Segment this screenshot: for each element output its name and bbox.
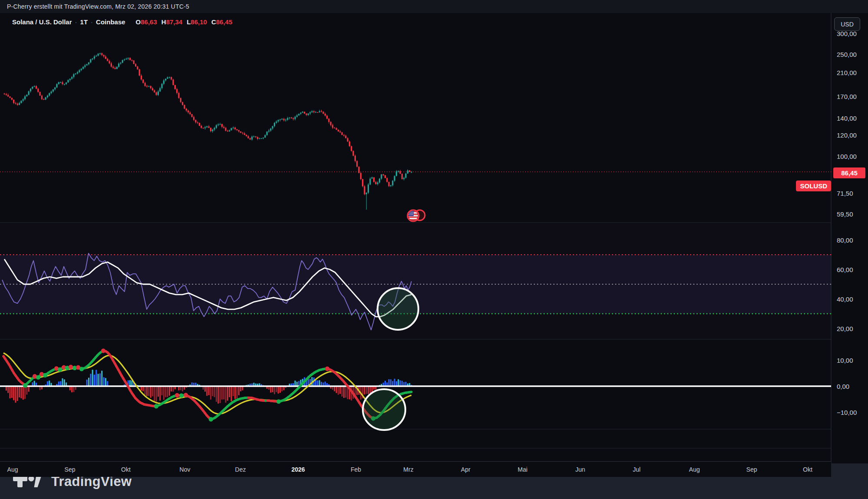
high-value: 87,34 [166,18,183,26]
symbol-legend[interactable]: Solana / U.S. Dollar·1T·CoinbaseO86,63H8… [12,18,232,28]
macd-annotation-circle[interactable] [363,389,405,430]
time-axis-label-sep: Sep [746,466,757,473]
time-axis-label-mai: Mai [518,466,528,473]
last-price-tag: 86,45 [833,167,865,178]
price-axis-label: 140,00 [837,115,857,122]
price-axis-label: 71,50 [837,190,853,197]
time-axis-label-apr: Apr [461,466,470,473]
low-label: L [187,18,191,26]
close-label: C [211,18,216,26]
price-axis-label: 20,00 [837,325,853,332]
low-value: 86,10 [191,18,207,26]
price-axis-label: 59,50 [837,210,853,218]
time-axis-label-okt: Okt [121,466,131,473]
open-value: 86,63 [141,18,157,26]
price-axis-label: 210,00 [837,69,857,76]
price-axis-label: 60,00 [837,266,853,273]
candlestick-series [3,53,412,210]
price-axis-label: 250,00 [837,51,857,58]
rsi-annotation-circle[interactable] [378,288,418,330]
price-axis-label: 170,00 [837,93,857,100]
attribution-text: P-Cherry erstellt mit TradingView.com, M… [7,3,189,10]
time-axis-label-mrz: Mrz [403,466,413,473]
time-axis-label-aug: Aug [689,466,700,473]
us-flag-event-icon[interactable] [408,210,425,222]
time-axis-label-nov: Nov [180,466,191,473]
currency-toggle-button[interactable]: USD [834,17,860,31]
exchange-label[interactable]: Coinbase [96,18,125,26]
time-axis-label-jul: Jul [633,466,641,473]
attribution-bar: P-Cherry erstellt mit TradingView.com, M… [0,0,868,13]
price-axis-label: 100,00 [837,153,857,160]
price-axis-label: 120,00 [837,131,857,139]
chart-widget[interactable]: Solana / U.S. Dollar·1T·CoinbaseO86,63H8… [0,13,868,463]
close-value: 86,45 [216,18,233,26]
legend-separator: · [75,18,77,26]
chart-canvas[interactable] [0,13,868,463]
time-axis-label-aug: Aug [7,466,18,473]
time-axis-label-sep: Sep [65,466,76,473]
price-axis-label: 10,00 [837,357,853,364]
symbol-price-label: SOLUSD [796,181,831,191]
legend-separator: · [91,18,93,26]
open-label: O [136,18,141,26]
price-axis-label: 0,00 [837,383,849,390]
price-axis[interactable]: 300,00250,00210,00170,00140,00120,00100,… [832,13,868,463]
high-label: H [161,18,166,26]
time-axis-label-2026: 2026 [291,466,305,473]
time-axis[interactable]: AugSepOktNovDez2026FebMrzAprMaiJunJulAug… [0,461,831,477]
interval-label[interactable]: 1T [80,18,88,26]
symbol-title[interactable]: Solana / U.S. Dollar [12,18,72,26]
time-axis-label-jun: Jun [575,466,585,473]
price-axis-label: 40,00 [837,295,853,303]
price-axis-label: −10,00 [837,409,857,416]
time-axis-label-feb: Feb [351,466,361,473]
time-axis-label-okt: Okt [803,466,812,473]
price-axis-label: 80,00 [837,236,853,244]
time-axis-label-dez: Dez [235,466,246,473]
price-axis-label: 300,00 [837,30,857,37]
ohlc-values: O86,63H87,34L86,10C86,45 [132,18,233,26]
